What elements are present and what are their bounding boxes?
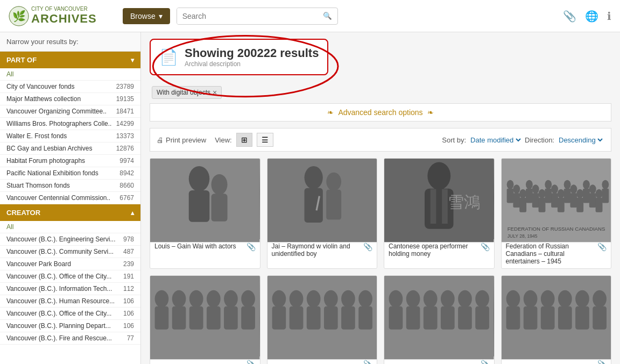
filter-remove-icon[interactable]: × xyxy=(213,88,217,97)
svg-point-71 xyxy=(289,290,303,308)
svg-point-88 xyxy=(441,290,455,308)
part-of-items: City of Vancouver fonds23789Major Matthe… xyxy=(0,81,140,204)
photo-card[interactable]: FEDERATION OF RUSSIAN CANADIANS JULY 28,… xyxy=(501,158,612,269)
part-of-header[interactable]: PART OF ▾ xyxy=(0,52,140,68)
sidebar-item-creator[interactable]: Vancouver (B.C.). Office of the City...1… xyxy=(0,270,140,283)
sidebar-item-creator[interactable]: Vancouver (B.C.). Community Servi...487 xyxy=(0,246,140,258)
svg-rect-102 xyxy=(558,306,572,330)
sidebar-item-part-of[interactable]: Habitat Forum photographs9974 xyxy=(0,155,140,167)
svg-point-77 xyxy=(341,290,355,308)
svg-point-51 xyxy=(595,189,602,198)
photo-card[interactable]: 📎 xyxy=(150,275,260,364)
print-preview-button[interactable]: 🖨 Print preview xyxy=(157,136,206,144)
results-header: 📄 Showing 200222 results Archival descri… xyxy=(150,39,328,75)
sidebar-item-part-of[interactable]: Walter E. Frost fonds13373 xyxy=(0,130,140,142)
svg-rect-91 xyxy=(458,306,472,330)
svg-rect-48 xyxy=(583,189,590,203)
svg-rect-87 xyxy=(424,306,438,330)
info-icon[interactable]: ℹ xyxy=(607,10,611,23)
photo-image xyxy=(502,276,611,356)
chevron-icon-left: ❧ xyxy=(327,108,334,117)
list-view-button[interactable]: ☰ xyxy=(257,133,273,147)
svg-rect-28 xyxy=(519,198,526,212)
grid-view-button[interactable]: ⊞ xyxy=(236,133,252,147)
sidebar-item-part-of[interactable]: Pacific National Exhibition fonds8942 xyxy=(0,167,140,180)
svg-point-33 xyxy=(538,189,545,198)
creator-all[interactable]: All xyxy=(0,221,140,233)
svg-rect-70 xyxy=(272,306,286,330)
photo-card[interactable]: 📎 xyxy=(501,275,612,364)
photo-card[interactable]: 📎 xyxy=(384,275,495,364)
sidebar-item-part-of[interactable]: BC Gay and Lesbian Archives12876 xyxy=(0,142,140,155)
svg-point-90 xyxy=(458,290,472,308)
sidebar-item-part-of[interactable]: Stuart Thomson fonds8660 xyxy=(0,180,140,192)
svg-text:FEDERATION OF RUSSIAN CANADIAN: FEDERATION OF RUSSIAN CANADIANS xyxy=(507,226,605,232)
svg-rect-106 xyxy=(593,306,607,330)
main-layout: Narrow your results by: PART OF ▾ All Ci… xyxy=(0,32,620,364)
svg-point-58 xyxy=(172,290,186,308)
svg-point-73 xyxy=(306,290,320,308)
svg-point-95 xyxy=(506,290,520,308)
sidebar-item-creator[interactable]: Vancouver (B.C.). Office of the City...1… xyxy=(0,308,140,320)
advanced-search-bar[interactable]: ❧ Advanced search options ❧ xyxy=(150,103,611,122)
sort-select[interactable]: Date modified Title Date created xyxy=(468,135,523,145)
clip-icon[interactable]: 📎 xyxy=(563,10,576,23)
sidebar-item-creator[interactable]: Vancouver (B.C.). Fire and Rescue...77 xyxy=(0,332,140,345)
svg-rect-7 xyxy=(212,194,228,221)
svg-rect-32 xyxy=(532,193,539,208)
sidebar-item-creator[interactable]: Vancouver (B.C.). Information Tech...112 xyxy=(0,283,140,295)
photo-card[interactable]: Jai – Raymond w violin and unidentified … xyxy=(267,158,378,269)
svg-point-11 xyxy=(326,173,341,191)
svg-rect-63 xyxy=(207,306,221,330)
logo-area: 🌿 CITY OF VANCOUVER ARCHIVES xyxy=(9,6,116,26)
svg-point-64 xyxy=(224,290,238,308)
sidebar-item-creator[interactable]: Vancouver (B.C.). Human Resource...106 xyxy=(0,295,140,308)
globe-icon[interactable]: 🌐 xyxy=(585,10,598,23)
part-of-chevron: ▾ xyxy=(131,56,134,64)
svg-point-35 xyxy=(545,180,552,189)
toolbar: 🖨 Print preview View: ⊞ ☰ Sort by: Date … xyxy=(150,128,611,152)
sidebar-item-part-of[interactable]: City of Vancouver fonds23789 xyxy=(0,81,140,93)
search-input[interactable] xyxy=(177,8,318,24)
sidebar-item-part-of[interactable]: Williams Bros. Photographers Colle..1429… xyxy=(0,118,140,130)
photo-card[interactable]: 📎 xyxy=(267,275,378,364)
sidebar-item-creator[interactable]: Vancouver Park Board239 xyxy=(0,258,140,270)
svg-point-82 xyxy=(389,290,403,308)
browse-button[interactable]: Browse ▾ xyxy=(123,8,170,24)
svg-point-45 xyxy=(576,189,583,198)
photo-grid: Louis – Gain Wai with actors📎 Jai – Raym… xyxy=(150,158,611,364)
svg-rect-42 xyxy=(563,189,570,203)
filter-tag-digital-objects[interactable]: With digital objects × xyxy=(152,86,222,99)
svg-rect-34 xyxy=(538,198,545,212)
sidebar-item-creator[interactable]: Vancouver (B.C.). Planning Depart...106 xyxy=(0,320,140,332)
svg-point-66 xyxy=(241,290,255,308)
svg-rect-44 xyxy=(570,193,577,208)
svg-rect-52 xyxy=(595,198,602,212)
svg-point-101 xyxy=(558,290,572,308)
svg-point-79 xyxy=(358,290,372,308)
search-button[interactable]: 🔍 xyxy=(318,8,337,24)
svg-rect-100 xyxy=(540,306,554,330)
creator-header[interactable]: CREATOR ▴ xyxy=(0,204,140,221)
svg-point-31 xyxy=(532,184,539,194)
svg-rect-54 xyxy=(602,189,609,203)
svg-rect-5 xyxy=(189,190,210,222)
svg-rect-83 xyxy=(389,306,403,330)
svg-point-43 xyxy=(570,184,577,194)
svg-rect-78 xyxy=(341,306,355,330)
photo-card[interactable]: 雪鴻 Cantonese opera performer holding mon… xyxy=(384,158,495,269)
sidebar-item-part-of[interactable]: Vancouver Organizing Committee..18471 xyxy=(0,105,140,118)
sidebar-item-creator[interactable]: Vancouver (B.C.). Engineering Servi...97… xyxy=(0,233,140,246)
photo-card[interactable]: Louis – Gain Wai with actors📎 xyxy=(150,158,260,269)
svg-point-37 xyxy=(551,184,558,194)
view-label: View: xyxy=(215,136,232,144)
svg-rect-96 xyxy=(506,306,520,330)
part-of-all[interactable]: All xyxy=(0,68,140,81)
sidebar-item-part-of[interactable]: Major Matthews collection19135 xyxy=(0,93,140,105)
svg-rect-18 xyxy=(442,189,448,224)
sidebar-item-part-of[interactable]: Vancouver Centennial Commission..6767 xyxy=(0,192,140,204)
header-icons: 📎 🌐 ℹ xyxy=(563,10,611,23)
svg-rect-93 xyxy=(475,306,489,330)
svg-point-99 xyxy=(540,290,554,308)
direction-select[interactable]: Descending Ascending xyxy=(556,135,604,145)
